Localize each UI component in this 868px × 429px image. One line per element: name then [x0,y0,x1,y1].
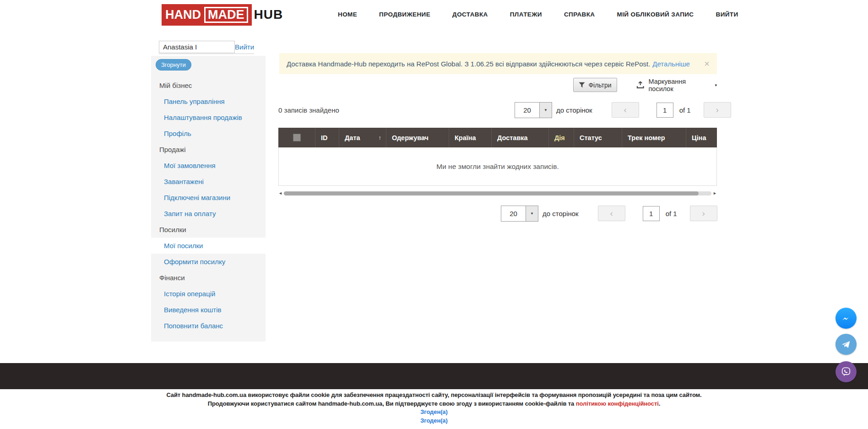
sidebar-section-finance: Фінанси [151,270,266,286]
nav-item-help[interactable]: СПРАВКА [564,11,595,18]
page: HAND MADE HUB HOME ПРОДВИЖЕНИЕ ДОСТАВКА … [0,0,868,429]
page-of-label: of 1 [666,210,677,217]
notice-banner: Доставка Handmade-Hub переходить на RePo… [279,53,717,74]
nav-item-promotion[interactable]: ПРОДВИЖЕНИЕ [379,11,430,18]
viber-button[interactable] [835,361,857,382]
column-header-price[interactable]: Ціна [686,128,717,147]
logo-hub-text: HUB [254,7,283,22]
caret-down-icon: ▾ [715,83,717,87]
next-page-button[interactable]: › [690,206,717,221]
logo-red-box: HAND MADE [162,4,252,26]
nav-item-home[interactable]: HOME [338,11,357,18]
parcel-marking-button[interactable]: Маркування посилок ▾ [636,78,717,92]
privacy-policy-link[interactable]: політикою конфіденційності [576,400,659,407]
notice-banner-text: Доставка Handmade-Hub переходить на RePo… [287,60,650,68]
page-size-select[interactable]: 20 ▼ [515,102,552,118]
sidebar-item-transaction-history[interactable]: Історія операцій [151,286,266,302]
prev-page-button[interactable]: ‹ [612,102,639,118]
table-header-row: ID Дата↑ Одержувач Країна Доставка Дія С… [278,128,717,147]
select-all-checkbox[interactable] [293,134,301,141]
caret-down-icon[interactable]: ▼ [526,206,538,221]
sidebar-item-profile[interactable]: Профіль [151,125,266,141]
cookie-notice-line1: Сайт handmade-hub.com.ua використовує фа… [0,391,868,400]
notice-details-link[interactable]: Детальніше [652,60,690,68]
logo[interactable]: HAND MADE HUB [162,4,283,25]
main-nav: HOME ПРОДВИЖЕНИЕ ДОСТАВКА ПЛАТЕЖИ СПРАВК… [338,0,738,29]
page-size-select[interactable]: 20 ▼ [501,206,538,222]
column-header-country[interactable]: Країна [449,128,491,147]
sidebar-logout-link[interactable]: Вийти [235,43,254,51]
column-header-status[interactable]: Статус [574,128,622,147]
sidebar-item-withdraw-funds[interactable]: Виведення коштів [151,302,266,318]
per-page-label: до сторінок [556,106,592,114]
telegram-button[interactable] [835,334,857,355]
column-header-delivery[interactable]: Доставка [491,128,548,147]
per-page-label: до сторінок [542,210,579,217]
caret-down-icon[interactable]: ▼ [539,103,552,118]
sidebar-item-my-orders[interactable]: Мої замовлення [151,157,266,174]
page-of-label: of 1 [679,106,691,114]
sidebar-section-parcels: Посилки [151,222,266,238]
username-field[interactable] [159,41,235,53]
sidebar-item-uploaded[interactable]: Завантажені [151,174,266,190]
sidebar-item-top-up-balance[interactable]: Поповнити баланс [151,318,266,334]
nav-item-delivery[interactable]: ДОСТАВКА [452,11,488,18]
filters-button-label: Фільтри [588,81,611,89]
pagination-top: 20 ▼ до сторінок ‹ of 1 › [515,102,731,118]
prev-page-button[interactable]: ‹ [598,206,625,221]
table-empty-state: Ми не змогли знайти жодних записів. [278,147,717,186]
sidebar-section-sales: Продажі [151,141,266,157]
sort-asc-icon[interactable]: ↑ [379,134,382,141]
chevron-left-icon: ‹ [624,105,627,115]
filters-button[interactable]: Фільтри [573,78,617,92]
sidebar-item-dashboard[interactable]: Панель управління [151,93,266,109]
chevron-right-icon: › [716,105,719,115]
funnel-icon [579,82,585,88]
collapse-sidebar-button[interactable]: Згорнути [156,59,191,71]
page-size-value: 20 [515,103,539,118]
next-page-button[interactable]: › [704,102,731,118]
upload-icon [636,81,644,89]
scrollbar-track[interactable] [284,191,711,195]
column-header-recipient[interactable]: Одержувач [386,128,449,147]
table-horizontal-scrollbar: ◄ ► [278,190,717,197]
sidebar-item-connected-stores[interactable]: Підключені магазини [151,190,266,206]
cookie-notice: Сайт handmade-hub.com.ua використовує фа… [0,391,868,425]
logo-made-text: MADE [204,7,248,23]
user-row: Вийти [159,40,254,54]
nav-item-payments[interactable]: ПЛАТЕЖИ [510,11,542,18]
page-size-value: 20 [501,206,526,221]
scrollbar-thumb[interactable] [284,191,699,195]
page-number-input[interactable] [656,103,673,118]
parcels-table: ID Дата↑ Одержувач Країна Доставка Дія С… [278,128,717,186]
chevron-left-icon: ‹ [610,208,613,218]
messenger-icon [840,312,852,325]
scroll-right-icon[interactable]: ► [713,191,717,195]
chevron-right-icon: › [702,208,705,218]
column-header-action[interactable]: Дія [548,128,574,147]
scroll-left-icon[interactable]: ◄ [278,191,282,195]
records-count: 0 записів знайдено [278,106,339,114]
logo-hand-text: HAND [165,9,201,21]
messenger-button[interactable] [835,308,857,329]
close-icon[interactable]: × [704,59,710,68]
sidebar-item-create-parcel[interactable]: Оформити посилку [151,254,266,270]
sidebar: Згорнути Мій бізнес Панель управління На… [151,56,266,342]
sidebar-item-my-parcels[interactable]: Мої посилки [151,238,266,254]
cookie-notice-line2: Продовжуючи користуватися сайтом handmad… [0,400,868,408]
nav-item-logout[interactable]: ВИЙТИ [716,11,738,18]
agree-link-2[interactable]: Згоден(а) [420,417,447,424]
sidebar-item-sales-settings[interactable]: Налаштування продажів [151,109,266,125]
select-all-cell [278,128,315,147]
parcel-marking-label: Маркування посилок [648,78,711,92]
viber-icon [840,365,852,378]
column-header-id[interactable]: ID [315,128,339,147]
page-number-input[interactable] [643,206,660,221]
nav-item-account[interactable]: МІЙ ОБЛІКОВИЙ ЗАПИС [617,11,694,18]
agree-link[interactable]: Згоден(а) [420,408,447,415]
sidebar-item-payment-request[interactable]: Запит на оплату [151,206,266,222]
top-header: HAND MADE HUB HOME ПРОДВИЖЕНИЕ ДОСТАВКА … [0,0,868,29]
empty-message: Ми не змогли знайти жодних записів. [436,163,559,171]
column-header-track-number[interactable]: Трек номер [622,128,686,147]
column-header-date[interactable]: Дата↑ [339,128,386,147]
